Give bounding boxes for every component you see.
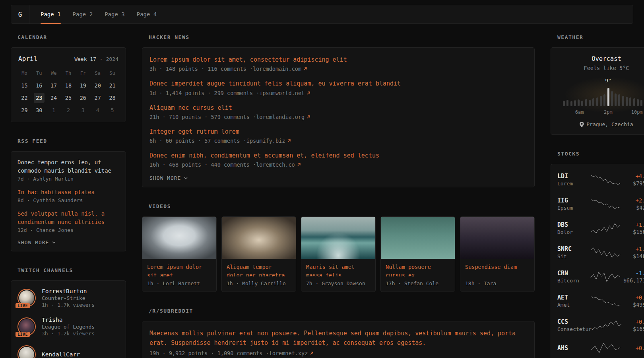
calendar-day: 24 [48, 93, 59, 103]
weather-section: WEATHER Overcast Feels like 5°C 9° 6am 2… [551, 34, 644, 135]
twitch-channel-row[interactable]: LIVE ForrestBurton Counter-Strike 1h · 1… [17, 288, 119, 308]
left-column: CALENDAR April Week 17 · 2024 Mo Tu [11, 34, 126, 358]
rss-item-meta: 12d · Chance Jones [17, 227, 119, 233]
story-item: Aliquam nec cursus elit 21h · 710 points… [149, 103, 527, 120]
calendar-section-title: CALENDAR [17, 34, 126, 40]
external-link-icon [306, 91, 310, 95]
channel-info: ForrestBurton Counter-Strike 1h · 1.7k v… [42, 288, 95, 308]
rss-item-meta: 7d · Ashlyn Martin [17, 176, 119, 182]
subreddit-widget: Maecenas mollis pulvinar erat non posuer… [142, 321, 535, 358]
weather-time-axis: 6am 2pm 10pm [563, 109, 644, 116]
stock-row[interactable]: AHS +0.46% [557, 337, 644, 358]
stock-name: Sit [557, 253, 590, 259]
stock-change: +1.42% [621, 222, 644, 228]
hacker-news-section: HACKER NEWS Lorem ipsum dolor sit amet, … [142, 34, 535, 187]
middle-column: HACKER NEWS Lorem ipsum dolor sit amet, … [142, 34, 535, 358]
video-thumbnail [222, 217, 296, 259]
stock-row[interactable]: LDI Lorem +4.35% $795.18 [557, 167, 644, 192]
rss-item-title[interactable]: In hac habitasse platea [17, 188, 119, 197]
hacker-news-show-more-button[interactable]: SHOW MORE [149, 175, 527, 181]
video-card[interactable]: Aliquam tempor dolor nec pharetra… 1h · … [221, 216, 296, 292]
live-badge: LIVE [16, 332, 30, 337]
video-card[interactable]: Lorem ipsum dolor sit amet consectetu… 1… [142, 216, 217, 292]
stock-name: Consectetur [557, 326, 592, 332]
story-domain[interactable]: loremlandia.org [256, 114, 305, 120]
story-domain[interactable]: loremdomain.com [253, 66, 301, 72]
calendar-section: CALENDAR April Week 17 · 2024 Mo Tu [11, 34, 126, 122]
stock-identity: AHS [557, 344, 590, 352]
weather-location-label: Prague, Czechia [586, 121, 633, 127]
rss-item-title[interactable]: Sed volutpat nulla nisl, a condimentum n… [17, 210, 119, 226]
stock-identity: SNRC Sit [557, 245, 590, 259]
post-domain[interactable]: loremnet.xyz [269, 350, 308, 356]
story-meta: 6h · 60 points · 57 comments · ipsumify.… [149, 138, 527, 144]
stock-change: +0.46% [621, 345, 644, 351]
weather-bar [607, 88, 609, 106]
stock-change: +1.36% [621, 246, 644, 252]
calendar-day: 29 [19, 105, 30, 115]
hacker-news-show-more-label: SHOW MORE [149, 175, 181, 181]
stocks-section-title: STOCKS [557, 151, 644, 157]
stock-price: $42.04 [621, 204, 644, 211]
video-title: Aliquam tempor dolor nec pharetra… [222, 259, 296, 276]
weather-time-label: 10pm [631, 109, 643, 115]
twitch-channel-row[interactable]: KendallCarr [17, 345, 119, 358]
stock-symbol: AHS [557, 344, 590, 352]
stock-row[interactable]: AET Amet +0.92% $499.72 [557, 289, 644, 313]
external-link-icon [287, 139, 291, 143]
calendar-day: 15 [19, 80, 30, 91]
calendar-day: 2 [63, 105, 74, 115]
stock-row[interactable]: SNRC Sit +1.36% $148.64 [557, 240, 644, 265]
app-logo[interactable]: G [11, 5, 29, 23]
stock-price: $156.28 [621, 229, 644, 235]
rss-item-title[interactable]: Donec tempor eros leo, ut commodo mauris… [17, 158, 119, 175]
story-title[interactable]: Aliquam nec cursus elit [149, 103, 527, 113]
calendar-day: 21 [107, 80, 118, 91]
stock-figures: +2.84% $42.04 [621, 197, 644, 211]
weather-bar [592, 98, 594, 106]
stock-symbol: LDI [557, 173, 590, 180]
post-title[interactable]: Maecenas mollis pulvinar erat non posuer… [149, 329, 527, 348]
stock-symbol: CRN [557, 270, 590, 277]
video-meta: 7h · Grayson Dawson [301, 276, 375, 292]
rss-show-more-button[interactable]: SHOW MORE [17, 239, 119, 245]
stock-row[interactable]: IIG Ipsum +2.84% $42.04 [557, 192, 644, 216]
weather-bar [578, 99, 580, 106]
stocks-widget: LDI Lorem +4.35% $795.18 IIG Ipsum [551, 164, 644, 358]
stock-row[interactable]: CRN Bitcorn -1.00% $66,171.48 [557, 265, 644, 289]
video-title: Mauris sit amet massa felis [301, 259, 375, 276]
calendar-week-year: Week 17 · 2024 [74, 56, 118, 62]
stock-row[interactable]: CCS Consectetur +0.51% $165.84 [557, 313, 644, 337]
weather-section-title: WEATHER [557, 34, 644, 40]
page-tab[interactable]: Page 3 [105, 5, 125, 23]
stock-change: +0.92% [621, 294, 644, 301]
hacker-news-widget: Lorem ipsum dolor sit amet, consectetur … [142, 47, 535, 187]
video-card[interactable]: Suspendisse diam 18h · Tara [460, 216, 535, 292]
video-card[interactable]: Mauris sit amet massa felis 7h · Grayson… [301, 216, 376, 292]
video-title: Lorem ipsum dolor sit amet consectetu… [142, 259, 216, 276]
calendar-weekday: Sa [90, 68, 105, 78]
story-title[interactable]: Lorem ipsum dolor sit amet, consectetur … [149, 55, 527, 64]
stock-sparkline [590, 223, 621, 234]
twitch-channel-row[interactable]: LIVE Trisha League of Legends 3h · 1.2k … [17, 317, 119, 337]
story-title[interactable]: Integer eget rutrum lorem [149, 127, 527, 136]
stock-row[interactable]: DBS Dolor +1.42% $156.28 [557, 216, 644, 240]
location-pin-icon [580, 122, 584, 127]
weather-bar [629, 97, 631, 106]
story-domain[interactable]: ipsumworld.net [259, 90, 305, 96]
story-domain[interactable]: loremtech.co [256, 161, 295, 168]
story-title[interactable]: Donec imperdiet augue tincidunt felis al… [149, 79, 527, 88]
video-meta: 18h · Tara [460, 276, 534, 292]
weather-bar [574, 100, 576, 106]
story-domain[interactable]: ipsumify.biz [246, 138, 285, 144]
weather-bar [633, 98, 635, 106]
calendar-day: 4 [92, 105, 103, 115]
calendar-separator: · [99, 56, 103, 62]
page-tab[interactable]: Page 1 [41, 5, 61, 23]
page-tab[interactable]: Page 4 [137, 5, 157, 23]
video-card[interactable]: Nullam posuere cursus ex 17h · Stefan Co… [380, 216, 455, 292]
page-tab[interactable]: Page 2 [73, 5, 93, 23]
story-title[interactable]: Donec enim nibh, condimentum et accumsan… [149, 151, 527, 160]
channel-avatar-image [19, 347, 34, 358]
stock-sparkline [590, 342, 621, 354]
